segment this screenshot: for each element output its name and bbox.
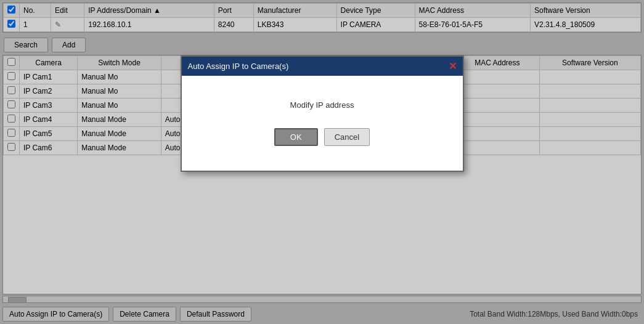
modal-title: Auto Assign IP to Camera(s)	[188, 62, 289, 71]
modal-message: Modify IP address	[290, 100, 354, 110]
modal-footer: OK Cancel	[274, 128, 370, 158]
modal-dialog: Auto Assign IP to Camera(s) ✕ Modify IP …	[181, 55, 464, 172]
modal-overlay: Auto Assign IP to Camera(s) ✕ Modify IP …	[0, 0, 644, 324]
main-container: No. Edit IP Address/Domain ▲ Port Manufa…	[0, 0, 644, 324]
modal-ok-button[interactable]: OK	[274, 128, 318, 146]
modal-body: Modify IP address OK Cancel	[182, 76, 463, 171]
modal-header: Auto Assign IP to Camera(s) ✕	[182, 57, 463, 76]
modal-close-button[interactable]: ✕	[449, 60, 457, 72]
modal-cancel-button[interactable]: Cancel	[324, 128, 370, 146]
